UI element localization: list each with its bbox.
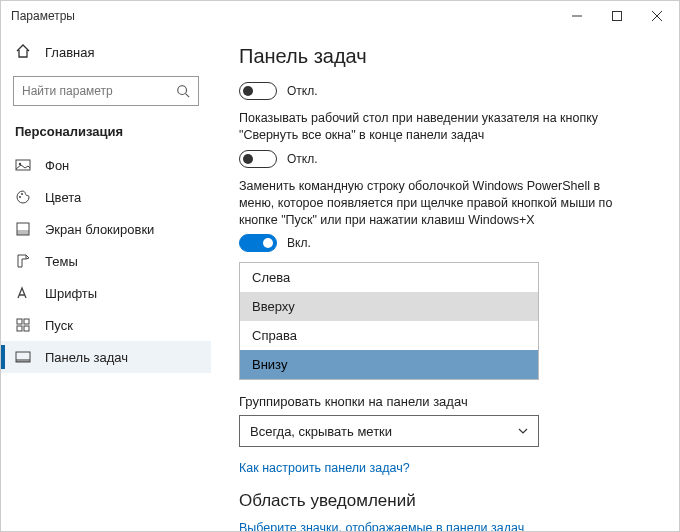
combine-label: Группировать кнопки на панели задач <box>239 394 651 409</box>
option-right[interactable]: Справа <box>240 321 538 350</box>
svg-point-4 <box>178 86 187 95</box>
help-link[interactable]: Как настроить панели задач? <box>239 461 651 475</box>
sidebar-item-themes[interactable]: Темы <box>1 245 211 277</box>
svg-rect-12 <box>17 319 22 324</box>
svg-rect-1 <box>613 12 622 21</box>
svg-point-8 <box>19 196 21 198</box>
sidebar-item-label: Шрифты <box>45 286 97 301</box>
svg-rect-17 <box>16 359 30 362</box>
sidebar-item-label: Цвета <box>45 190 81 205</box>
toggle-powershell[interactable] <box>239 234 277 252</box>
sidebar-item-label: Экран блокировки <box>45 222 154 237</box>
link-select-icons[interactable]: Выберите значки, отображаемые в панели з… <box>239 521 651 531</box>
home-label: Главная <box>45 45 94 60</box>
toggle-label: Откл. <box>287 84 318 98</box>
titlebar: Параметры <box>1 1 679 31</box>
option-top[interactable]: Вверху <box>240 292 538 321</box>
home-link[interactable]: Главная <box>1 35 211 70</box>
svg-rect-11 <box>17 230 29 235</box>
lockscreen-icon <box>15 221 31 237</box>
sidebar-item-lockscreen[interactable]: Экран блокировки <box>1 213 211 245</box>
taskbar-position-list[interactable]: Слева Вверху Справа Внизу <box>239 262 539 380</box>
option-bottom[interactable]: Внизу <box>240 350 538 379</box>
toggle-label: Вкл. <box>287 236 311 250</box>
chevron-down-icon <box>518 426 528 436</box>
setting-desc: Показывать рабочий стол при наведении ук… <box>239 110 619 144</box>
section-notification: Область уведомлений <box>239 491 651 511</box>
page-title: Панель задач <box>239 45 651 68</box>
option-left[interactable]: Слева <box>240 263 538 292</box>
search-icon <box>176 84 190 98</box>
sidebar-item-label: Темы <box>45 254 78 269</box>
toggle-peek2[interactable] <box>239 150 277 168</box>
svg-rect-13 <box>24 319 29 324</box>
image-icon <box>15 157 31 173</box>
svg-line-5 <box>186 94 190 98</box>
svg-rect-6 <box>16 160 30 170</box>
close-button[interactable] <box>637 1 677 31</box>
sidebar-item-fonts[interactable]: Шрифты <box>1 277 211 309</box>
toggle-peek[interactable] <box>239 82 277 100</box>
search-placeholder: Найти параметр <box>22 84 176 98</box>
search-input[interactable]: Найти параметр <box>13 76 199 106</box>
sidebar-item-colors[interactable]: Цвета <box>1 181 211 213</box>
combo-value: Всегда, скрывать метки <box>250 424 392 439</box>
combine-buttons-select[interactable]: Всегда, скрывать метки <box>239 415 539 447</box>
minimize-button[interactable] <box>557 1 597 31</box>
svg-rect-14 <box>17 326 22 331</box>
svg-point-9 <box>21 193 23 195</box>
palette-icon <box>15 189 31 205</box>
home-icon <box>15 43 31 62</box>
window-title: Параметры <box>11 9 557 23</box>
sidebar-item-background[interactable]: Фон <box>1 149 211 181</box>
sidebar-item-taskbar[interactable]: Панель задач <box>1 341 211 373</box>
font-icon <box>15 285 31 301</box>
toggle-label: Откл. <box>287 152 318 166</box>
taskbar-icon <box>15 349 31 365</box>
sidebar-item-label: Фон <box>45 158 69 173</box>
sidebar-item-label: Панель задач <box>45 350 128 365</box>
themes-icon <box>15 253 31 269</box>
start-icon <box>15 317 31 333</box>
content-area: Панель задач Откл. Показывать рабочий ст… <box>211 31 679 531</box>
maximize-button[interactable] <box>597 1 637 31</box>
section-label: Персонализация <box>1 118 211 149</box>
sidebar-item-start[interactable]: Пуск <box>1 309 211 341</box>
sidebar: Главная Найти параметр Персонализация Фо… <box>1 31 211 531</box>
sidebar-item-label: Пуск <box>45 318 73 333</box>
svg-rect-15 <box>24 326 29 331</box>
setting-desc: Заменить командную строку оболочкой Wind… <box>239 178 619 229</box>
